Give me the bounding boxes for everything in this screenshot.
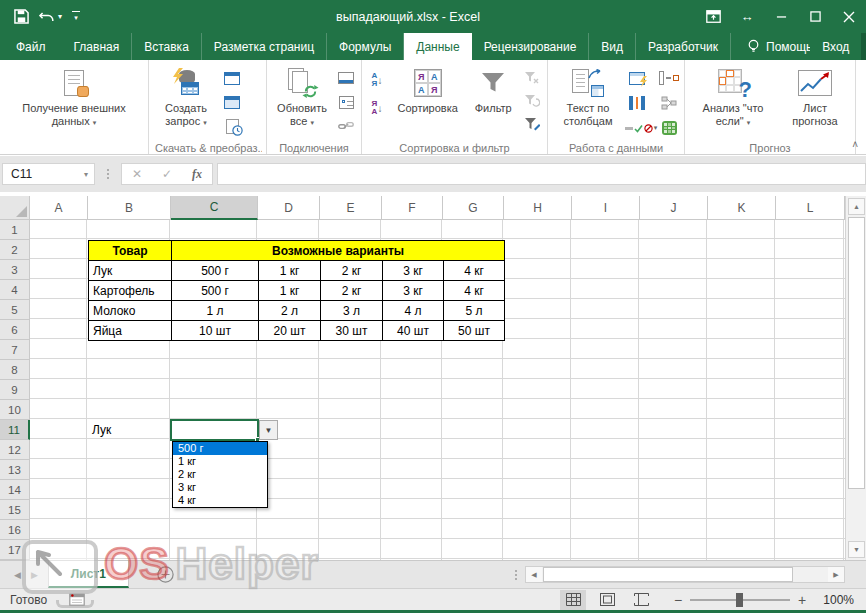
column-header-J[interactable]: J: [640, 196, 708, 220]
table-cell-r5c4[interactable]: 4 л: [382, 300, 444, 321]
tab-Рецензирование[interactable]: Рецензирование: [472, 33, 590, 60]
show-queries-icon[interactable]: [221, 69, 243, 87]
scroll-up-icon[interactable]: ▲: [848, 198, 865, 215]
table-cell-r5c5[interactable]: 5 л: [443, 300, 505, 321]
row-header-5[interactable]: 5: [0, 300, 30, 320]
row-header-17[interactable]: 17: [0, 540, 30, 560]
consolidate-icon[interactable]: [658, 69, 680, 87]
column-header-E[interactable]: E: [320, 196, 382, 220]
connections-icon[interactable]: [335, 69, 357, 87]
dropdown-option[interactable]: 3 кг: [173, 481, 267, 494]
close-icon[interactable]: [832, 0, 866, 33]
tab-help[interactable]: Помощь: [731, 33, 810, 60]
zoom-out-icon[interactable]: −: [672, 592, 684, 608]
tab-Вид[interactable]: Вид: [589, 33, 636, 60]
properties-icon[interactable]: [335, 93, 357, 111]
confirm-entry-icon[interactable]: ✓: [152, 167, 182, 181]
table-cell-r3c4[interactable]: 3 кг: [382, 260, 444, 281]
reapply-filter-icon[interactable]: [521, 92, 543, 110]
row-header-14[interactable]: 14: [0, 480, 30, 500]
zoom-slider-thumb[interactable]: [736, 593, 743, 607]
from-table-icon[interactable]: [221, 93, 243, 111]
insert-function-icon[interactable]: fx: [182, 167, 212, 182]
chevron-down-icon[interactable]: ▾: [84, 170, 88, 179]
maximize-icon[interactable]: [798, 0, 832, 33]
table-cell-r6c5[interactable]: 50 шт: [443, 320, 505, 341]
sheet-tab-list1[interactable]: Лист1: [48, 561, 129, 588]
table-cell-r4c4[interactable]: 3 кг: [382, 280, 444, 301]
vertical-scrollbar[interactable]: ▲ ▼: [845, 196, 866, 560]
sort-descending-icon[interactable]: ЯА↓: [366, 99, 388, 117]
table-cell-r3c2[interactable]: 1 кг: [258, 260, 321, 281]
row-header-4[interactable]: 4: [0, 280, 30, 300]
table-header-options[interactable]: Возможные варианты: [171, 240, 505, 261]
row-header-10[interactable]: 10: [0, 400, 30, 420]
zoom-in-icon[interactable]: +: [796, 592, 808, 608]
select-all-corner[interactable]: [0, 196, 30, 220]
get-external-data-button[interactable]: Получение внешних данных ▾: [4, 63, 144, 141]
undo-icon[interactable]: ▾: [39, 10, 62, 23]
row-header-7[interactable]: 7: [0, 340, 30, 360]
horizontal-scrollbar[interactable]: ◀ ▶: [525, 566, 845, 583]
row-header-16[interactable]: 16: [0, 520, 30, 540]
scroll-left-icon[interactable]: ◀: [526, 567, 542, 582]
dropdown-option[interactable]: 4 кг: [173, 494, 267, 507]
outline-button[interactable]: Структура ▾: [860, 63, 866, 141]
macro-record-icon[interactable]: [69, 593, 85, 606]
column-header-I[interactable]: I: [572, 196, 640, 220]
cancel-entry-icon[interactable]: ✕: [122, 167, 152, 181]
table-cell-r6c1[interactable]: 10 шт: [171, 320, 259, 341]
table-cell-r3c3[interactable]: 2 кг: [320, 260, 383, 281]
table-cell-r3c5[interactable]: 4 кг: [443, 260, 505, 281]
page-break-view-icon[interactable]: [628, 590, 654, 610]
row-header-12[interactable]: 12: [0, 440, 30, 460]
table-cell-r6c0[interactable]: Яйца: [88, 320, 172, 341]
dropdown-option[interactable]: 500 г: [173, 442, 267, 455]
sort-ascending-icon[interactable]: АЯ↓: [366, 71, 388, 89]
table-header-product[interactable]: Товар: [88, 240, 172, 261]
new-query-button[interactable]: Создать запрос ▾: [153, 63, 219, 141]
filter-button[interactable]: Фильтр: [467, 63, 519, 141]
column-header-K[interactable]: K: [708, 196, 776, 220]
minimize-icon[interactable]: [764, 0, 798, 33]
zoom-slider[interactable]: [690, 599, 790, 601]
column-header-F[interactable]: F: [382, 196, 443, 220]
clear-filter-icon[interactable]: [521, 69, 543, 87]
collapse-ribbon-icon[interactable]: ˄: [852, 139, 858, 150]
column-header-L[interactable]: L: [776, 196, 845, 220]
row-header-13[interactable]: 13: [0, 460, 30, 480]
row-header-6[interactable]: 6: [0, 320, 30, 340]
formula-input[interactable]: [217, 163, 866, 185]
edit-links-icon[interactable]: [335, 117, 357, 135]
dropdown-arrow-button[interactable]: ▼: [259, 420, 278, 440]
page-layout-view-icon[interactable]: [594, 590, 620, 610]
row-header-15[interactable]: 15: [0, 500, 30, 520]
row-header-1[interactable]: 1: [0, 220, 30, 240]
refresh-all-button[interactable]: Обновить все ▾: [271, 63, 333, 141]
flash-fill-icon[interactable]: [626, 69, 648, 87]
sort-button[interactable]: Я А А Я Сортировка: [390, 63, 465, 141]
table-cell-r4c2[interactable]: 1 кг: [258, 280, 321, 301]
table-cell-r5c2[interactable]: 2 л: [258, 300, 321, 321]
what-if-analysis-button[interactable]: ? Анализ "что если" ▾: [689, 63, 777, 141]
cell-B11[interactable]: Лук: [88, 420, 171, 440]
zoom-level[interactable]: 100%: [816, 593, 854, 607]
row-header-3[interactable]: 3: [0, 260, 30, 280]
tab-Данные[interactable]: Данные: [404, 33, 471, 60]
scroll-right-icon[interactable]: ▶: [828, 567, 844, 582]
table-cell-r5c1[interactable]: 1 л: [171, 300, 259, 321]
relationships-icon[interactable]: [658, 94, 680, 112]
table-cell-r4c5[interactable]: 4 кг: [443, 280, 505, 301]
tab-scroll-splitter[interactable]: [511, 570, 521, 580]
table-cell-r6c4[interactable]: 40 шт: [382, 320, 444, 341]
remove-duplicates-icon[interactable]: [626, 94, 648, 112]
text-to-columns-button[interactable]: Текст по столбцам: [552, 63, 624, 141]
manage-data-model-icon[interactable]: [658, 119, 680, 137]
tab-Главная[interactable]: Главная: [62, 33, 133, 60]
tab-signin[interactable]: Вход: [810, 33, 861, 60]
customize-qat-icon[interactable]: ▾: [72, 11, 80, 23]
data-validation-icon[interactable]: ▾: [626, 119, 656, 137]
table-cell-r3c0[interactable]: Лук: [88, 260, 172, 281]
column-header-D[interactable]: D: [258, 196, 320, 220]
save-icon[interactable]: [14, 9, 29, 24]
